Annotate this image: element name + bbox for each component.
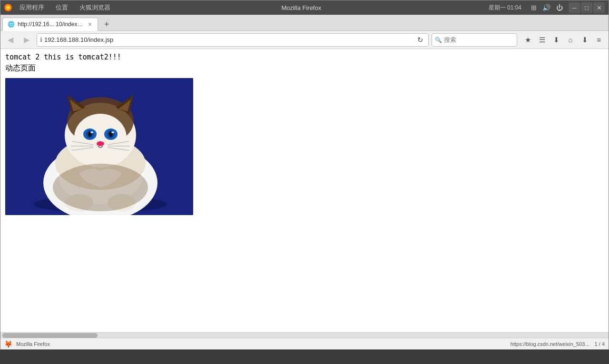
- svg-point-18: [90, 131, 93, 133]
- search-input[interactable]: [444, 36, 524, 43]
- tab-label: http://192.16... 10/index.jsp: [18, 21, 84, 28]
- statusbar-left: 🦊 Mozilla Firefox: [4, 340, 50, 348]
- power-icon: ⏻: [556, 4, 563, 11]
- taskbar-app-label[interactable]: Mozilla Firefox: [16, 341, 50, 347]
- window-title: Mozilla Firefox: [114, 4, 489, 11]
- svg-point-7: [74, 114, 127, 161]
- network-icon: ⊞: [531, 4, 537, 11]
- horizontal-scrollbar[interactable]: [0, 332, 609, 338]
- tab-close-button[interactable]: ×: [87, 20, 93, 28]
- home-button[interactable]: ⌂: [564, 33, 577, 47]
- close-button[interactable]: ✕: [593, 2, 605, 13]
- forward-button[interactable]: ▶: [20, 33, 34, 47]
- app-icon: [4, 4, 12, 11]
- site-info-icon[interactable]: ℹ: [40, 36, 42, 43]
- search-icon: 🔍: [435, 37, 442, 43]
- address-bar[interactable]: ℹ ↻: [37, 33, 429, 47]
- maximize-button[interactable]: □: [581, 2, 592, 13]
- pocket-button[interactable]: ⬇: [578, 33, 591, 47]
- app-menu[interactable]: 应用程序: [16, 2, 48, 13]
- toolbar-icons: ★ ☰ ⬇ ⌂ ⬇ ≡: [521, 33, 606, 47]
- address-input[interactable]: [44, 36, 415, 43]
- clock: 星期一 01:04: [489, 4, 521, 12]
- window-controls: ─ □ ✕: [569, 2, 605, 13]
- statusbar: 🦊 Mozilla Firefox https://blog.csdn.net/…: [0, 338, 609, 349]
- bookmark-button[interactable]: ★: [521, 33, 534, 47]
- browser-tab[interactable]: 🌐 http://192.16... 10/index.jsp ×: [2, 18, 98, 31]
- status-url: https://blog.csdn.net/weixin_503...: [511, 341, 589, 347]
- cat-svg: [5, 78, 193, 215]
- titlebar: 应用程序 位置 火狐浏览器 Mozilla Firefox 星期一 01:04 …: [0, 0, 609, 15]
- cat-image: [5, 78, 193, 215]
- reload-button[interactable]: ↻: [415, 35, 425, 45]
- titlebar-left: 应用程序 位置 火狐浏览器: [4, 2, 114, 13]
- svg-point-29: [53, 164, 148, 211]
- firefox-logo-icon: 🦊: [4, 340, 12, 348]
- minimize-button[interactable]: ─: [569, 2, 580, 13]
- tab-favicon: 🌐: [8, 21, 15, 28]
- reader-view-button[interactable]: ☰: [535, 33, 549, 47]
- download-button[interactable]: ⬇: [550, 33, 563, 47]
- web-content: tomcat 2 this is tomcat2!!! 动态页面: [0, 49, 609, 219]
- statusbar-right: https://blog.csdn.net/weixin_503... 1 / …: [511, 341, 605, 347]
- page-line2: 动态页面: [5, 63, 604, 73]
- page-count: 1 / 4: [595, 341, 605, 347]
- browser-menu[interactable]: 火狐浏览器: [76, 2, 114, 13]
- cat-image-container: [5, 78, 604, 215]
- new-tab-button[interactable]: +: [100, 18, 113, 30]
- svg-point-20: [97, 141, 104, 146]
- tabbar: 🌐 http://192.16... 10/index.jsp × +: [0, 15, 609, 31]
- scrollbar-thumb[interactable]: [2, 333, 98, 338]
- content-area: tomcat 2 this is tomcat2!!! 动态页面: [0, 49, 609, 332]
- back-button[interactable]: ◀: [3, 33, 18, 47]
- titlebar-right: 星期一 01:04 ⊞ 🔊 ⏻ ─ □ ✕: [489, 2, 605, 13]
- location-menu[interactable]: 位置: [52, 2, 72, 13]
- search-bar[interactable]: 🔍: [432, 33, 517, 47]
- page-line1: tomcat 2 this is tomcat2!!!: [5, 53, 604, 61]
- menu-button[interactable]: ≡: [592, 33, 606, 47]
- navbar: ◀ ▶ ℹ ↻ 🔍 ★ ☰ ⬇ ⌂ ⬇ ≡: [0, 31, 609, 49]
- volume-icon: 🔊: [542, 4, 550, 11]
- svg-point-19: [111, 131, 114, 133]
